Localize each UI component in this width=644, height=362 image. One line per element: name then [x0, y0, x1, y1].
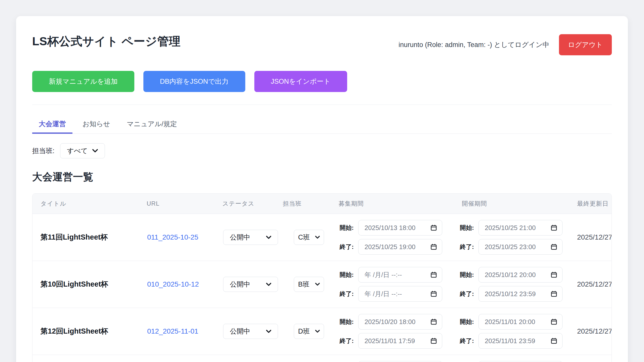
- end-label: 終了:: [460, 243, 477, 251]
- team-filter-label: 担当班:: [32, 146, 55, 155]
- chevron-down-icon: [266, 330, 271, 333]
- col-header-url: URL: [141, 200, 222, 207]
- admin-card: LS杯公式サイト ページ管理 inurunto (Role: admin, Te…: [16, 16, 628, 362]
- import-json-button[interactable]: JSONをインポート: [254, 71, 347, 92]
- table-row: 開始: 2025/09/01 18:00 終了: 年 /月/日 --:-- 開始…: [32, 355, 612, 362]
- recruit-end-input[interactable]: 2025/11/01 17:59: [358, 333, 442, 349]
- add-manual-button[interactable]: 新規マニュアルを追加: [32, 71, 134, 92]
- logout-button[interactable]: ログアウト: [559, 34, 612, 55]
- status-value: 公開中: [230, 233, 250, 242]
- event-end-input[interactable]: 2025/10/25 23:00: [478, 239, 562, 255]
- event-period-cell: 開始: 2025/10/12 20:00 終了: 2025/10/12 23:5…: [454, 267, 577, 302]
- event-start-input[interactable]: 2025/09/14 14:00: [478, 361, 562, 362]
- col-header-updated: 最終更新日: [577, 200, 612, 208]
- login-status: inurunto (Role: admin, Team: -) としてログイン中: [398, 40, 549, 49]
- col-header-recruit: 募集期間: [331, 200, 454, 208]
- tab-news[interactable]: お知らせ: [76, 115, 117, 134]
- calendar-icon: [551, 244, 557, 250]
- recruit-period-cell: 開始: 2025/09/01 18:00 終了: 年 /月/日 --:--: [331, 361, 454, 362]
- recruit-end-input[interactable]: 年 /月/日 --:--: [358, 286, 442, 302]
- tab-manual[interactable]: マニュアル/規定: [120, 115, 184, 134]
- team-filter-value: すべて: [67, 146, 88, 155]
- chevron-down-icon: [266, 283, 271, 286]
- table-row: 第11回LightSheet杯 011_2025-10-25 公開中 C班 開始…: [32, 214, 612, 261]
- start-label: 開始:: [340, 318, 357, 326]
- calendar-icon: [430, 291, 437, 297]
- table-row: 第12回LightSheet杯 012_2025-11-01 公開中 D班 開始…: [32, 308, 612, 355]
- calendar-icon: [430, 224, 437, 231]
- calendar-icon: [551, 319, 557, 325]
- row-title: 第12回LightSheet杯: [32, 326, 141, 336]
- recruit-start-input[interactable]: 2025/10/13 18:00: [358, 220, 442, 236]
- calendar-icon: [551, 272, 557, 278]
- updated-date: 2025/12/27: [577, 233, 612, 241]
- calendar-icon: [551, 224, 557, 231]
- calendar-icon: [430, 338, 437, 344]
- event-period-cell: 開始: 2025/10/25 21:00 終了: 2025/10/25 23:0…: [454, 220, 577, 255]
- recruit-start-input[interactable]: 年 /月/日 --:--: [358, 267, 442, 283]
- tab-tournament[interactable]: 大会運営: [32, 115, 72, 134]
- status-value: 公開中: [230, 280, 250, 289]
- start-label: 開始:: [340, 224, 357, 232]
- end-label: 終了:: [340, 243, 357, 251]
- export-json-button[interactable]: DB内容をJSONで出力: [143, 71, 245, 92]
- end-label: 終了:: [460, 337, 477, 345]
- page-header: LS杯公式サイト ページ管理 inurunto (Role: admin, Te…: [32, 34, 612, 55]
- recruit-period-cell: 開始: 年 /月/日 --:-- 終了: 年 /月/日 --:--: [331, 267, 454, 302]
- recruit-start-input[interactable]: 2025/10/20 18:00: [358, 314, 442, 330]
- tab-bar: 大会運営 お知らせ マニュアル/規定: [32, 115, 612, 134]
- calendar-icon: [551, 291, 557, 297]
- event-start-input[interactable]: 2025/10/25 21:00: [478, 220, 562, 236]
- col-header-event: 開催期間: [454, 200, 577, 208]
- end-label: 終了:: [340, 290, 357, 298]
- calendar-icon: [430, 319, 437, 325]
- start-label: 開始:: [460, 224, 477, 232]
- team-value: B班: [298, 280, 309, 289]
- event-start-input[interactable]: 2025/10/12 20:00: [478, 267, 562, 283]
- updated-date: 2025/12/27: [577, 327, 612, 335]
- section-heading: 大会運営一覧: [32, 170, 612, 184]
- col-header-status: ステータス: [222, 200, 283, 208]
- row-title: 第10回LightSheet杯: [32, 279, 141, 289]
- team-value: D班: [298, 327, 310, 336]
- recruit-period-cell: 開始: 2025/10/13 18:00 終了: 2025/10/25 19:0…: [331, 220, 454, 255]
- chevron-down-icon: [315, 236, 320, 239]
- team-select[interactable]: D班: [294, 324, 324, 339]
- chevron-down-icon: [315, 283, 320, 286]
- event-period-cell: 開始: 2025/09/14 14:00 終了: 年 /月/日 --:--: [454, 361, 577, 362]
- recruit-start-input[interactable]: 2025/09/01 18:00: [358, 361, 442, 362]
- team-select[interactable]: C班: [294, 230, 324, 245]
- event-start-input[interactable]: 2025/11/01 20:00: [478, 314, 562, 330]
- recruit-end-input[interactable]: 2025/10/25 19:00: [358, 239, 442, 255]
- page-url-link[interactable]: 012_2025-11-01: [147, 327, 198, 335]
- team-filter-select[interactable]: すべて: [60, 143, 105, 158]
- page-url-link[interactable]: 011_2025-10-25: [147, 233, 198, 241]
- calendar-icon: [430, 244, 437, 250]
- event-period-cell: 開始: 2025/11/01 20:00 終了: 2025/11/01 23:5…: [454, 314, 577, 349]
- status-value: 公開中: [230, 327, 250, 336]
- page-url-link[interactable]: 010_2025-10-12: [147, 280, 199, 288]
- tournament-table: タイトル URL ステータス 担当班 募集期間 開催期間 最終更新日 第11回L…: [32, 193, 612, 362]
- col-header-team: 担当班: [283, 200, 331, 208]
- team-value: C班: [298, 233, 310, 242]
- event-end-input[interactable]: 2025/11/01 23:59: [478, 333, 562, 349]
- status-select[interactable]: 公開中: [223, 230, 278, 245]
- chevron-down-icon: [92, 149, 98, 153]
- chevron-down-icon: [266, 236, 271, 239]
- team-filter: 担当班: すべて: [32, 143, 612, 158]
- team-select[interactable]: B班: [294, 277, 324, 292]
- start-label: 開始:: [460, 318, 477, 326]
- page-title: LS杯公式サイト ページ管理: [32, 34, 181, 49]
- table-row: 第10回LightSheet杯 010_2025-10-12 公開中 B班 開始…: [32, 261, 612, 308]
- status-select[interactable]: 公開中: [223, 324, 278, 339]
- chevron-down-icon: [315, 330, 320, 333]
- action-buttons: 新規マニュアルを追加 DB内容をJSONで出力 JSONをインポート: [32, 71, 612, 92]
- calendar-icon: [551, 338, 557, 344]
- recruit-period-cell: 開始: 2025/10/20 18:00 終了: 2025/11/01 17:5…: [331, 314, 454, 349]
- event-end-input[interactable]: 2025/10/12 23:59: [478, 286, 562, 302]
- end-label: 終了:: [460, 290, 477, 298]
- row-title: 第11回LightSheet杯: [32, 232, 141, 242]
- status-select[interactable]: 公開中: [223, 277, 278, 292]
- start-label: 開始:: [340, 271, 357, 279]
- calendar-icon: [430, 272, 437, 278]
